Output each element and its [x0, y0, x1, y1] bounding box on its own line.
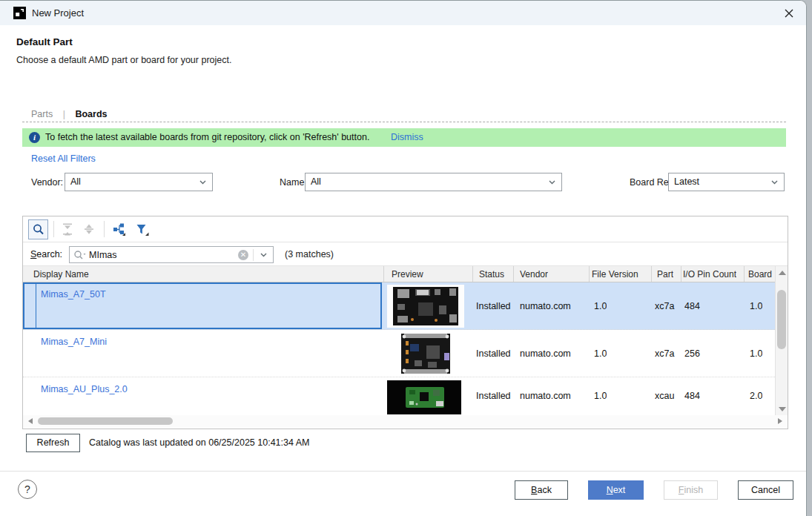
clear-search-icon[interactable]: ✕ — [238, 250, 248, 260]
collapse-all-icon[interactable] — [58, 219, 78, 239]
catalog-status-text: Catalog was last updated on 06/25/2025 1… — [89, 437, 309, 448]
io-pin-count-cell: 256 — [684, 348, 700, 359]
match-count: (3 matches) — [285, 249, 334, 259]
search-value: MImas — [89, 250, 117, 260]
table-search-row: Search: MImas ✕ (3 matches) — [23, 243, 788, 266]
name-value: All — [311, 176, 321, 187]
chevron-down-icon — [549, 180, 555, 185]
name-label: Name: — [280, 177, 307, 188]
cancel-button[interactable]: Cancel — [738, 480, 793, 500]
back-button[interactable]: Back — [515, 480, 568, 500]
table-row-mimas-a7-mini[interactable]: Mimas_A7_Mini Installed numato.com 1.0 — [23, 330, 775, 377]
col-display-name[interactable]: Display Name — [33, 269, 89, 280]
expand-all-icon[interactable] — [79, 219, 99, 239]
page-subtitle: Choose a default AMD part or board for y… — [16, 55, 231, 65]
status-cell: Installed — [476, 348, 511, 359]
col-part[interactable]: Part — [657, 269, 673, 280]
grid-header: Display Name Preview Status Vendor File … — [23, 266, 775, 282]
scroll-left-icon[interactable] — [28, 418, 33, 424]
board-rev-value: Latest — [674, 176, 699, 187]
refresh-button[interactable]: Refresh — [26, 434, 80, 452]
chevron-down-icon — [771, 180, 778, 185]
status-cell: Installed — [476, 301, 511, 311]
close-icon[interactable] — [781, 5, 797, 22]
vertical-scroll-thumb[interactable] — [777, 290, 786, 349]
horizontal-scrollbar[interactable] — [23, 415, 788, 428]
board-rev-select[interactable]: Latest — [668, 173, 785, 191]
table-row-mimas-a7-50t[interactable]: Mimas_A7_50T Installed numato.com 1.0 — [23, 282, 775, 330]
tab-parts[interactable]: Parts — [31, 109, 53, 119]
group-by-icon[interactable] — [109, 219, 129, 239]
table-row-mimas-au-plus[interactable]: Mimas_AU_Plus_2.0 Installed numato.com 1… — [23, 377, 775, 416]
tabs: Parts | Boards — [31, 109, 107, 119]
board-grid: Display Name Preview Status Vendor File … — [23, 266, 788, 416]
search-label: Search: — [30, 249, 62, 259]
board-table-panel: Search: MImas ✕ (3 matches) Display Name… — [22, 216, 788, 429]
board-name-link[interactable]: Mimas_AU_Plus_2.0 — [41, 384, 128, 394]
file-version-cell: 1.0 — [594, 348, 607, 359]
help-button[interactable]: ? — [18, 480, 37, 499]
field-separator — [253, 249, 254, 261]
status-cell: Installed — [476, 391, 511, 401]
info-banner: i To fetch the latest available boards f… — [22, 128, 786, 147]
vendor-cell: numato.com — [520, 348, 571, 359]
tab-separator: | — [63, 109, 65, 119]
col-preview[interactable]: Preview — [392, 269, 423, 280]
search-input[interactable]: MImas ✕ — [69, 246, 274, 263]
search-toggle-button[interactable] — [28, 219, 48, 239]
scroll-down-icon[interactable] — [779, 407, 786, 411]
col-status[interactable]: Status — [479, 269, 504, 280]
titlebar: New Project — [0, 1, 806, 25]
selection-border — [23, 282, 382, 329]
chevron-down-icon[interactable] — [260, 253, 267, 257]
next-button[interactable]: Next — [588, 480, 644, 500]
board-name-link[interactable]: Mimas_A7_Mini — [41, 337, 107, 347]
filter-icon[interactable] — [132, 219, 152, 239]
vendor-label: Vendor: — [31, 177, 63, 188]
search-icon — [73, 250, 86, 263]
part-cell: xc7a — [655, 348, 680, 359]
horizontal-scroll-thumb[interactable] — [38, 417, 173, 425]
vendor-select[interactable]: All — [65, 173, 213, 191]
col-vendor[interactable]: Vendor — [520, 269, 548, 280]
page-title: Default Part — [16, 36, 73, 47]
board-rev-cell: 1.0 — [750, 301, 762, 311]
board-preview-image — [398, 331, 453, 377]
info-icon: i — [29, 132, 40, 143]
reset-all-filters-link[interactable]: Reset All Filters — [31, 153, 96, 164]
tabs-divider — [22, 122, 786, 122]
scroll-right-icon[interactable] — [778, 418, 782, 424]
toolbar-separator — [53, 221, 54, 237]
new-project-dialog: New Project Default Part Choose a defaul… — [0, 0, 807, 516]
part-cell: xc7a — [655, 301, 680, 311]
name-select[interactable]: All — [305, 173, 562, 191]
amd-logo-icon — [13, 7, 26, 19]
vendor-cell: numato.com — [520, 391, 571, 401]
col-io-pin-count[interactable]: I/O Pin Count — [683, 269, 736, 280]
board-rev-cell: 2.0 — [750, 391, 762, 401]
tab-boards[interactable]: Boards — [75, 109, 107, 119]
chevron-down-icon — [199, 180, 206, 185]
grid-rows: Mimas_A7_50T Installed numato.com 1.0 — [23, 282, 775, 416]
table-toolbar — [23, 216, 788, 242]
board-rev-cell: 1.0 — [750, 348, 762, 359]
vendor-value: All — [70, 176, 81, 187]
col-file-version[interactable]: File Version — [592, 269, 638, 280]
io-pin-count-cell: 484 — [684, 391, 700, 401]
window-title: New Project — [32, 7, 84, 19]
footer-divider — [0, 471, 807, 472]
io-pin-count-cell: 484 — [684, 301, 700, 311]
scroll-up-icon[interactable] — [779, 271, 786, 275]
board-preview-image — [387, 380, 461, 414]
finish-button: Finish — [664, 480, 718, 500]
file-version-cell: 1.0 — [594, 301, 607, 311]
dismiss-link[interactable]: Dismiss — [391, 128, 423, 147]
board-preview-image — [387, 285, 464, 328]
file-version-cell: 1.0 — [594, 391, 607, 401]
vertical-scrollbar[interactable] — [775, 266, 788, 416]
toolbar-separator — [104, 221, 105, 237]
col-board-rev[interactable]: Board — [748, 269, 775, 280]
part-cell: xcau — [655, 391, 680, 401]
vendor-cell: numato.com — [520, 301, 571, 311]
banner-text: To fetch the latest available boards fro… — [45, 128, 369, 147]
